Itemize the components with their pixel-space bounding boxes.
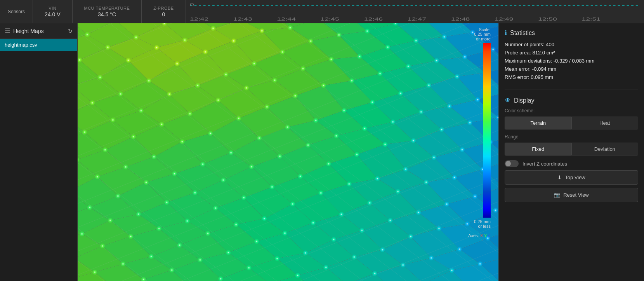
camera-icon: 📷: [554, 192, 560, 198]
max-dev-row: Maximum deviations: -0.329 / 0.083 mm: [505, 57, 638, 65]
heat-button[interactable]: Heat: [571, 117, 639, 129]
statistics-title: ℹ Statistics: [505, 29, 638, 37]
sidebar-title: Height Maps: [13, 28, 44, 34]
scale-top-unit: or more: [476, 37, 491, 41]
scale-gradient: [483, 43, 491, 218]
viz-area[interactable]: Scale: 0.25 mm or more -0.25 mm or less …: [78, 23, 498, 281]
vin-sensor: Vin 24.0 V: [33, 0, 72, 23]
right-panel: ℹ Statistics Number of points: 400 Probe…: [498, 23, 644, 281]
range-label: Range: [505, 134, 638, 140]
heightmap-file-item[interactable]: heightmap.csv: [0, 39, 77, 51]
divider-1: [505, 89, 638, 89]
axis-y-label: Y: [484, 233, 487, 238]
sensors-label: Sensors: [8, 9, 25, 14]
svg-text:12:47: 12:47: [407, 17, 426, 21]
vin-label: Vin: [49, 6, 56, 10]
invert-z-toggle[interactable]: [505, 160, 519, 167]
fixed-button[interactable]: Fixed: [505, 143, 571, 155]
scale-label-top: Scale: 0.25 mm or more: [474, 27, 491, 41]
info-icon: ℹ: [505, 29, 507, 37]
sidebar-header: ☰ Height Maps ↻: [0, 23, 77, 39]
mini-chart: 12:42 12:43 12:44 12:45 12:46 12:47 12:4…: [186, 0, 644, 23]
mcu-temp-value: 34.5 °C: [98, 11, 116, 17]
zprobe-label: Z-Probe: [153, 6, 174, 10]
scale-title: Scale:: [479, 27, 491, 32]
top-view-label: Top View: [565, 175, 585, 180]
svg-text:12:44: 12:44: [277, 17, 296, 21]
sensors-label-item: Sensors: [0, 0, 33, 23]
mcu-temp-label: MCU Temperature: [84, 6, 130, 10]
svg-text:12:45: 12:45: [320, 17, 339, 21]
toggle-knob: [505, 161, 511, 166]
svg-text:12:49: 12:49: [495, 17, 513, 21]
mean-error-row: Mean error: -0.094 mm: [505, 65, 638, 73]
terrain-button[interactable]: Terrain: [505, 117, 571, 129]
zprobe-value: 0: [162, 11, 165, 17]
sensor-bar: Sensors Vin 24.0 V MCU Temperature 34.5 …: [0, 0, 644, 23]
display-title: 👁 Display: [505, 97, 638, 104]
num-points-row: Number of points: 400: [505, 40, 638, 49]
zprobe-sensor: Z-Probe 0: [142, 0, 186, 23]
mcu-temp-sensor: MCU Temperature 34.5 °C: [73, 0, 142, 23]
color-scheme-group: Terrain Heat: [505, 117, 638, 129]
statistics-section: ℹ Statistics Number of points: 400 Probe…: [505, 29, 638, 81]
refresh-icon[interactable]: ↻: [68, 28, 73, 34]
hamburger-icon: ☰: [5, 27, 10, 35]
color-scheme-label: Color scheme:: [505, 108, 638, 113]
scale-label-bottom: -0.25 mm or less: [473, 219, 491, 229]
rms-error-row: RMS error: 0.095 mm: [505, 73, 638, 81]
svg-text:12:48: 12:48: [451, 17, 470, 21]
axes-label: Axes: X Y Z: [468, 233, 491, 238]
svg-text:0: 0: [190, 3, 194, 7]
axes-title: Axes:: [468, 233, 479, 238]
svg-text:12:50: 12:50: [538, 17, 557, 21]
svg-text:12:46: 12:46: [364, 17, 382, 21]
deviation-button[interactable]: Deviation: [571, 143, 639, 155]
terrain-canvas[interactable]: [78, 23, 498, 281]
main-area: ☰ Height Maps ↻ heightmap.csv Scale: 0.2…: [0, 23, 644, 281]
top-view-button[interactable]: ⬇ Top View: [505, 170, 638, 185]
invert-z-row: Invert Z coordinates: [505, 160, 638, 167]
eye-icon: 👁: [505, 97, 511, 104]
svg-text:12:42: 12:42: [190, 17, 208, 21]
color-scale: Scale: 0.25 mm or more -0.25 mm or less …: [468, 27, 491, 238]
probe-area-row: Probe area: 812.0 cm²: [505, 49, 638, 57]
vin-value: 24.0 V: [45, 11, 60, 17]
scale-top-value: 0.25 mm: [474, 32, 491, 37]
scale-bottom-value: -0.25 mm: [473, 219, 491, 224]
svg-text:12:51: 12:51: [582, 17, 600, 21]
display-section: 👁 Display Color scheme: Terrain Heat Ran…: [505, 97, 638, 205]
axis-x-label: X: [480, 233, 483, 238]
svg-text:12:43: 12:43: [233, 17, 252, 21]
reset-view-label: Reset View: [563, 192, 589, 198]
range-group: Fixed Deviation: [505, 143, 638, 155]
axis-z-label: Z: [488, 233, 491, 238]
reset-view-button[interactable]: 📷 Reset View: [505, 188, 638, 202]
viz-container: Scale: 0.25 mm or more -0.25 mm or less …: [78, 23, 498, 281]
invert-z-label: Invert Z coordinates: [522, 161, 567, 167]
scale-bottom-unit: or less: [478, 224, 491, 229]
left-sidebar: ☰ Height Maps ↻ heightmap.csv: [0, 23, 78, 281]
top-view-icon: ⬇: [557, 175, 562, 180]
